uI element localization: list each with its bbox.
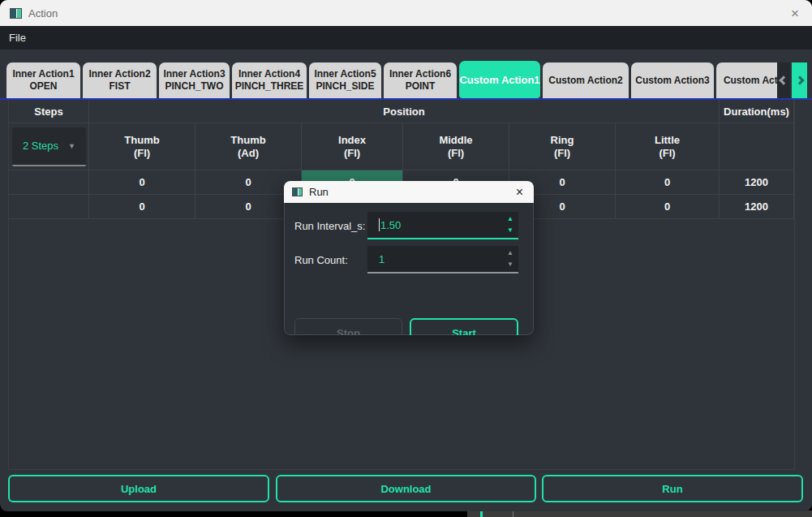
chevron-down-icon: ▼ bbox=[68, 142, 75, 150]
run-count-input[interactable]: 1 ▲ ▼ bbox=[367, 246, 518, 274]
row2-steps-cell bbox=[9, 195, 89, 219]
column-header-index-fl: Index(Fl) bbox=[302, 123, 403, 170]
row1-thumb-fl-cell[interactable]: 0 bbox=[89, 170, 195, 195]
screen: Action × File Inner Action1 OPEN Inner A… bbox=[0, 0, 812, 517]
steps-selector-cell: 2 Steps ▼ bbox=[9, 123, 89, 170]
run-dialog-title: Run bbox=[309, 186, 329, 198]
run-interval-label: Run Interval_s: bbox=[294, 212, 365, 239]
run-dialog-titlebar[interactable]: Run × bbox=[284, 181, 534, 203]
dialog-app-icon bbox=[292, 187, 303, 196]
menubar: File bbox=[0, 26, 812, 50]
upload-button[interactable]: Upload bbox=[8, 475, 269, 502]
run-button[interactable]: Run bbox=[542, 475, 803, 502]
run-dialog-body: Run Interval_s: 1.50 ▲ ▼ Run Count: 1 ▲ … bbox=[284, 203, 534, 335]
row2-duration-cell[interactable]: 1200 bbox=[720, 195, 794, 219]
run-interval-input[interactable]: 1.50 ▲ ▼ bbox=[367, 212, 518, 239]
column-header-thumb-ad: Thumb(Ad) bbox=[195, 123, 302, 170]
background-teal-tick bbox=[480, 511, 483, 517]
row2-thumb-fl-cell[interactable]: 0 bbox=[89, 195, 195, 219]
column-header-middle-fl: Middle(Fl) bbox=[403, 123, 509, 170]
chevron-right-icon bbox=[795, 75, 804, 84]
spin-up-icon[interactable]: ▲ bbox=[507, 216, 513, 222]
tab-inner-action3[interactable]: Inner Action3 PINCH_TWO bbox=[159, 62, 230, 98]
background-window-strip bbox=[467, 511, 812, 517]
action-tab-bar: Inner Action1 OPEN Inner Action2 FIST In… bbox=[6, 61, 788, 98]
window-close-icon[interactable]: × bbox=[788, 6, 802, 20]
run-count-label: Run Count: bbox=[294, 246, 348, 274]
window-title: Action bbox=[28, 7, 58, 19]
dialog-close-icon[interactable]: × bbox=[513, 186, 526, 199]
column-header-duration: Duration(ms) bbox=[720, 100, 794, 123]
app-window-icon bbox=[10, 8, 22, 19]
column-header-little-fl: Little(Fl) bbox=[616, 123, 720, 170]
column-header-steps: Steps bbox=[9, 100, 89, 123]
column-header-thumb-fl: Thumb(Fl) bbox=[89, 123, 195, 170]
menu-file[interactable]: File bbox=[9, 32, 26, 44]
tab-custom-action2[interactable]: Custom Action2 bbox=[543, 62, 629, 98]
tab-inner-action5[interactable]: Inner Action5 PINCH_SIDE bbox=[309, 62, 381, 98]
tab-scroll-right-button[interactable] bbox=[792, 62, 807, 98]
window-titlebar[interactable]: Action × bbox=[0, 0, 812, 26]
text-caret bbox=[379, 218, 380, 231]
start-button[interactable]: Start bbox=[410, 318, 518, 335]
duration-header-spacer bbox=[720, 123, 794, 170]
run-dialog: Run × Run Interval_s: 1.50 ▲ ▼ Run Count… bbox=[284, 181, 534, 335]
column-header-position: Position bbox=[89, 100, 720, 123]
tab-inner-action6[interactable]: Inner Action6 POINT bbox=[384, 62, 457, 98]
spin-up-icon[interactable]: ▲ bbox=[507, 250, 513, 256]
column-header-ring-fl: Ring(Fl) bbox=[509, 123, 616, 170]
tab-inner-action4[interactable]: Inner Action4 PINCH_THREE bbox=[232, 62, 307, 98]
tab-inner-action2[interactable]: Inner Action2 FIST bbox=[83, 62, 157, 98]
tab-scroll-left-button[interactable] bbox=[777, 62, 790, 98]
run-interval-spinner: ▲ ▼ bbox=[507, 212, 513, 238]
steps-count-dropdown[interactable]: 2 Steps ▼ bbox=[12, 127, 86, 166]
stop-button: Stop bbox=[294, 318, 402, 335]
row1-steps-cell bbox=[9, 170, 89, 195]
tab-custom-action1[interactable]: Custom Action1 bbox=[459, 61, 540, 98]
run-count-spinner: ▲ ▼ bbox=[507, 246, 513, 272]
download-button[interactable]: Download bbox=[276, 475, 536, 502]
tab-custom-action3[interactable]: Custom Action3 bbox=[631, 62, 714, 98]
tab-inner-action1[interactable]: Inner Action1 OPEN bbox=[6, 62, 80, 98]
spin-down-icon[interactable]: ▼ bbox=[507, 227, 513, 234]
row2-little-fl-cell[interactable]: 0 bbox=[616, 195, 720, 219]
row1-duration-cell[interactable]: 1200 bbox=[720, 170, 794, 195]
chevron-left-icon bbox=[779, 75, 788, 84]
spin-down-icon[interactable]: ▼ bbox=[507, 261, 513, 268]
row1-little-fl-cell[interactable]: 0 bbox=[616, 170, 720, 195]
background-gray-tick bbox=[513, 511, 513, 517]
